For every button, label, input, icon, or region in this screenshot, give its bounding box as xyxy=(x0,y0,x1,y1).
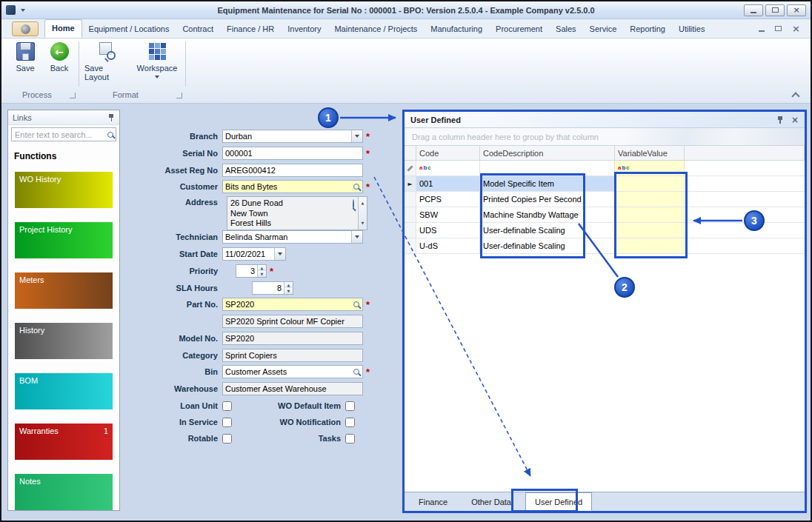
cell-code[interactable]: SBW xyxy=(416,207,480,222)
filter-cell-variablevalue[interactable]: abc xyxy=(615,161,685,175)
cell-variablevalue[interactable] xyxy=(615,238,685,253)
bin-lookup-icon[interactable] xyxy=(350,366,362,378)
wo-default-item-checkbox[interactable] xyxy=(345,401,355,411)
format-dialog-launcher[interactable] xyxy=(176,93,182,98)
branch-input[interactable] xyxy=(223,130,351,142)
customer-input[interactable] xyxy=(223,181,350,193)
tab-maintenance-projects[interactable]: Maintenance / Projects xyxy=(327,21,424,38)
tab-procurement[interactable]: Procurement xyxy=(489,21,549,38)
pin-icon[interactable] xyxy=(107,113,115,122)
asset-reg-no-input[interactable] xyxy=(223,164,362,176)
cell-description[interactable]: Printed Copies Per Second xyxy=(480,192,615,207)
tab-inventory[interactable]: Inventory xyxy=(281,21,327,38)
required-asterisk: * xyxy=(366,148,370,159)
tab-utilities[interactable]: Utilities xyxy=(672,21,711,38)
sla-hours-input[interactable] xyxy=(253,282,284,294)
in-service-checkbox[interactable] xyxy=(222,418,232,427)
tab-manufacturing[interactable]: Manufacturing xyxy=(424,21,489,38)
link-meters[interactable]: Meters xyxy=(15,272,113,309)
start-date-input[interactable] xyxy=(223,248,274,260)
bin-input[interactable] xyxy=(223,366,350,378)
tab-other-data[interactable]: Other Data xyxy=(462,494,521,511)
link-history[interactable]: History xyxy=(15,323,113,359)
tab-equipment-locations[interactable]: Equipment / Locations xyxy=(82,21,176,38)
tab-finance[interactable]: Finance xyxy=(409,494,457,511)
cell-code[interactable]: UDS xyxy=(416,223,480,238)
grid-row-pcps[interactable]: PCPS Printed Copies Per Second xyxy=(405,192,805,207)
application-menu-button[interactable] xyxy=(12,21,39,36)
close-panel-icon[interactable]: × xyxy=(791,116,799,124)
scroll-up-icon[interactable]: ▲ xyxy=(362,198,365,209)
cell-description[interactable]: Machine Standby Wattage xyxy=(480,207,615,222)
cell-code[interactable]: 001 xyxy=(416,176,480,191)
search-input[interactable] xyxy=(12,130,107,139)
cell-code[interactable]: PCPS xyxy=(416,192,480,207)
link-bom[interactable]: BOM xyxy=(15,373,113,409)
tab-home[interactable]: Home xyxy=(44,19,82,38)
mdi-close-icon[interactable]: × xyxy=(792,24,800,33)
customer-lookup-icon[interactable] xyxy=(350,181,362,193)
technician-dropdown-icon[interactable] xyxy=(351,231,362,243)
cell-variablevalue[interactable] xyxy=(615,223,685,238)
cell-variablevalue[interactable] xyxy=(615,207,685,222)
serial-no-input[interactable] xyxy=(223,147,362,159)
close-button[interactable]: × xyxy=(787,4,806,16)
link-wo-history[interactable]: WO History xyxy=(15,172,113,208)
tab-finance-hr[interactable]: Finance / HR xyxy=(220,21,281,38)
column-header-codedescription[interactable]: CodeDescription xyxy=(480,146,615,160)
tab-contract[interactable]: Contract xyxy=(176,21,220,38)
back-button[interactable]: ← Back xyxy=(43,42,76,73)
save-layout-button[interactable]: Save Layout xyxy=(84,42,129,81)
category-input[interactable] xyxy=(223,349,362,361)
minimize-button[interactable] xyxy=(744,4,763,16)
link-project-history[interactable]: Project History xyxy=(15,222,113,258)
rotable-checkbox[interactable] xyxy=(222,434,232,444)
loan-unit-checkbox[interactable] xyxy=(222,401,232,411)
link-notes[interactable]: Notes xyxy=(15,474,113,510)
start-date-dropdown-icon[interactable] xyxy=(274,248,285,260)
column-header-code[interactable]: Code xyxy=(416,146,480,160)
filter-cell-code[interactable]: abc xyxy=(416,161,480,175)
address-lookup-icon[interactable] xyxy=(353,199,354,210)
priority-input[interactable] xyxy=(236,265,257,277)
scroll-down-icon[interactable]: ▼ xyxy=(362,218,365,229)
cell-variablevalue[interactable] xyxy=(615,176,685,191)
cell-code[interactable]: U-dS xyxy=(416,238,480,253)
tab-user-defined[interactable]: User Defined xyxy=(525,492,592,511)
workspace-button[interactable]: Workspace xyxy=(133,42,181,78)
mdi-restore-icon[interactable] xyxy=(775,26,782,31)
address-scrollbar[interactable]: ▲ ▼ xyxy=(358,197,367,230)
wo-notification-checkbox[interactable] xyxy=(345,418,355,427)
grid-row-u-ds[interactable]: U-dS User-definable Scaling xyxy=(405,238,805,254)
link-warranties[interactable]: Warranties1 xyxy=(15,424,113,460)
filter-cell-codedescription[interactable] xyxy=(480,161,615,175)
branch-dropdown-icon[interactable] xyxy=(351,130,362,142)
text-filter-icon: abc xyxy=(419,165,431,171)
search-icon[interactable] xyxy=(107,132,113,138)
tab-sales[interactable]: Sales xyxy=(549,21,583,38)
warehouse-input[interactable] xyxy=(223,383,362,395)
cell-description[interactable]: User-definable Scaling xyxy=(480,238,615,253)
column-header-variablevalue[interactable]: VariableValue xyxy=(615,146,685,160)
part-no-lookup-icon[interactable] xyxy=(350,298,362,310)
tab-reporting[interactable]: Reporting xyxy=(623,21,672,38)
address-box[interactable]: 26 Dune Road New Town Forest Hills ▲ ▼ xyxy=(227,196,367,230)
cell-description[interactable]: User-definable Scaling xyxy=(480,223,615,238)
pin-icon[interactable] xyxy=(776,116,784,124)
process-dialog-launcher[interactable] xyxy=(70,93,76,98)
ribbon-collapse-icon[interactable] xyxy=(791,92,799,100)
sla-hours-spinner[interactable]: ▲▼ xyxy=(284,282,293,294)
save-button[interactable]: Save xyxy=(9,42,41,73)
cell-description[interactable]: Model Specific Item xyxy=(480,176,615,191)
priority-spinner[interactable]: ▲▼ xyxy=(257,265,266,277)
grid-row-001[interactable]: ► 001 Model Specific Item xyxy=(405,176,805,192)
mdi-minimize-icon[interactable] xyxy=(759,30,765,32)
part-no-input[interactable] xyxy=(223,298,350,310)
tab-service[interactable]: Service xyxy=(583,21,624,38)
technician-input[interactable] xyxy=(223,231,351,243)
model-no-input[interactable] xyxy=(223,332,362,344)
maximize-button[interactable] xyxy=(765,4,785,16)
part-description-input[interactable] xyxy=(223,315,362,327)
cell-variablevalue[interactable] xyxy=(615,192,685,207)
tasks-checkbox[interactable] xyxy=(345,434,355,444)
